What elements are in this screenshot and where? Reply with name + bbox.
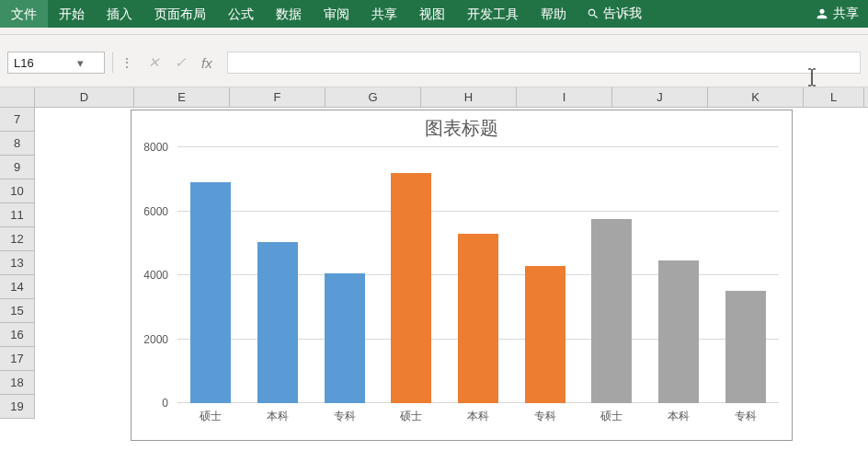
user-icon	[815, 6, 829, 21]
chart-bar[interactable]	[257, 242, 298, 403]
ribbon-tab-5[interactable]: 数据	[265, 0, 313, 28]
y-tick-label: 4000	[143, 269, 168, 282]
chart-bar[interactable]	[525, 266, 565, 403]
ribbon-tab-0[interactable]: 文件	[0, 0, 48, 28]
ribbon-tab-2[interactable]: 插入	[96, 0, 143, 28]
chart-plot-area[interactable]	[177, 147, 779, 403]
chart-bar[interactable]	[658, 260, 699, 403]
enter-icon[interactable]: ✓	[175, 54, 187, 71]
row-header[interactable]: 10	[0, 179, 35, 203]
formula-bar-options-icon[interactable]: ⋮	[120, 55, 133, 70]
text-cursor-icon	[805, 68, 818, 87]
bar-slot	[511, 147, 578, 403]
column-header[interactable]: K	[708, 87, 804, 107]
chart-bars	[177, 147, 779, 403]
x-tick-label: 专科	[311, 409, 378, 427]
tell-me-label: 告诉我	[603, 6, 642, 22]
share-button[interactable]: 共享	[805, 6, 868, 22]
row-header[interactable]: 17	[0, 347, 35, 371]
column-header[interactable]: F	[230, 87, 326, 107]
column-header[interactable]: I	[517, 87, 612, 107]
share-label: 共享	[833, 6, 859, 22]
row-header[interactable]: 13	[0, 251, 35, 275]
formula-bar: L16 ▾ ⋮ ✕ ✓ fx	[0, 35, 868, 87]
bar-slot	[645, 147, 713, 403]
row-header[interactable]: 15	[0, 299, 35, 323]
x-tick-label: 硕士	[177, 409, 245, 427]
row-header[interactable]: 18	[0, 371, 35, 395]
bar-slot	[177, 147, 245, 403]
bar-slot	[445, 147, 512, 403]
separator	[112, 52, 113, 73]
y-tick-label: 2000	[143, 333, 168, 346]
tell-me-search[interactable]: 告诉我	[577, 6, 651, 22]
formula-buttons: ✕ ✓ fx	[141, 54, 220, 71]
worksheet-grid[interactable]: DEFGHIJKL 78910111213141516171819 图表标题 0…	[0, 87, 868, 448]
row-header[interactable]: 12	[0, 227, 35, 251]
row-header[interactable]: 9	[0, 156, 35, 179]
x-tick-label: 专科	[712, 409, 779, 427]
name-box-value: L16	[8, 56, 56, 70]
ribbon-tab-7[interactable]: 共享	[360, 0, 408, 28]
x-tick-label: 硕士	[578, 409, 645, 427]
chart-x-axis-labels: 硕士本科专科硕士本科专科硕士本科专科	[177, 409, 779, 427]
chart-bar[interactable]	[591, 219, 632, 403]
bar-slot	[712, 147, 779, 403]
bar-slot	[311, 147, 378, 403]
chart-bar[interactable]	[725, 291, 766, 403]
ribbon-tab-9[interactable]: 开发工具	[456, 0, 530, 28]
column-header[interactable]: G	[326, 87, 421, 107]
y-tick-label: 8000	[143, 141, 168, 154]
column-header[interactable]: H	[421, 87, 517, 107]
ribbon: 文件开始插入页面布局公式数据审阅共享视图开发工具帮助 告诉我 共享	[0, 0, 868, 28]
column-header[interactable]: E	[134, 87, 230, 107]
y-tick-label: 0	[162, 397, 168, 410]
name-box[interactable]: L16 ▾	[7, 52, 105, 74]
ribbon-tab-6[interactable]: 审阅	[313, 0, 360, 28]
select-all-corner[interactable]	[0, 87, 35, 107]
ribbon-tab-1[interactable]: 开始	[48, 0, 96, 28]
y-tick-label: 6000	[143, 205, 168, 218]
chart-bar[interactable]	[190, 182, 231, 403]
row-header[interactable]: 19	[0, 395, 35, 419]
chart-y-axis: 02000400060008000	[131, 147, 174, 403]
ribbon-tab-8[interactable]: 视图	[408, 0, 456, 28]
ribbon-tab-3[interactable]: 页面布局	[143, 0, 217, 28]
chart-title[interactable]: 图表标题	[131, 110, 792, 141]
row-header[interactable]: 7	[0, 108, 35, 132]
ribbon-tab-10[interactable]: 帮助	[530, 0, 577, 28]
ribbon-tab-4[interactable]: 公式	[217, 0, 265, 28]
row-header[interactable]: 14	[0, 275, 35, 299]
bar-slot	[378, 147, 445, 403]
chart-bar[interactable]	[325, 273, 365, 403]
column-header[interactable]: J	[612, 87, 708, 107]
row-header[interactable]: 8	[0, 132, 35, 156]
column-header[interactable]: L	[804, 87, 864, 107]
name-box-dropdown-icon[interactable]: ▾	[56, 56, 104, 70]
cancel-icon[interactable]: ✕	[148, 54, 160, 71]
row-header[interactable]: 16	[0, 323, 35, 347]
chart-bar[interactable]	[391, 173, 431, 403]
row-headers: 78910111213141516171819	[0, 108, 35, 448]
x-tick-label: 硕士	[378, 409, 445, 427]
column-header[interactable]: D	[35, 87, 134, 107]
row-header[interactable]: 11	[0, 203, 35, 227]
formula-input[interactable]	[227, 52, 861, 74]
ribbon-collapsed-strip	[0, 28, 868, 35]
chart-bar[interactable]	[458, 234, 498, 403]
fx-icon[interactable]: fx	[201, 55, 212, 71]
bar-slot	[245, 147, 312, 403]
bar-slot	[578, 147, 645, 403]
embedded-chart[interactable]: 图表标题 02000400060008000 硕士本科专科硕士本科专科硕士本科专…	[131, 110, 793, 441]
x-tick-label: 专科	[511, 409, 578, 427]
x-tick-label: 本科	[245, 409, 312, 427]
x-tick-label: 本科	[445, 409, 512, 427]
search-icon	[587, 7, 600, 20]
column-headers: DEFGHIJKL	[0, 87, 868, 108]
cells-area[interactable]: 图表标题 02000400060008000 硕士本科专科硕士本科专科硕士本科专…	[35, 108, 868, 448]
x-tick-label: 本科	[645, 409, 713, 427]
